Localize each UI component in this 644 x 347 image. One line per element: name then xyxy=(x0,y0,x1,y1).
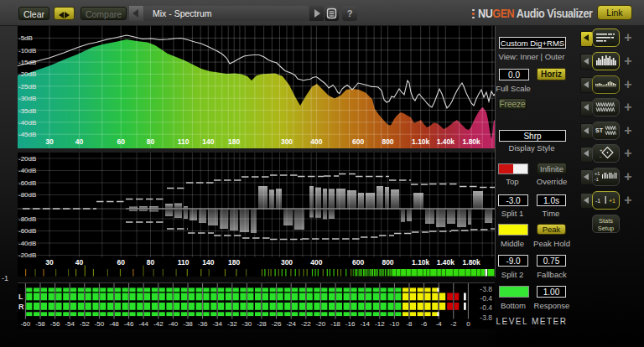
svg-text:-: - xyxy=(600,154,601,159)
svg-text:-50: -50 xyxy=(95,320,105,328)
svg-text:-28: -28 xyxy=(257,320,267,328)
svg-text:180: 180 xyxy=(228,137,240,146)
svg-text:800: 800 xyxy=(382,137,393,146)
svg-text:+: + xyxy=(600,148,603,153)
svg-text:-56: -56 xyxy=(50,320,60,328)
svg-text:1.10k: 1.10k xyxy=(412,137,430,146)
svg-text:-40dB: -40dB xyxy=(18,167,36,174)
svg-text:0: 0 xyxy=(255,276,259,277)
svg-text:1.80k: 1.80k xyxy=(463,137,481,146)
svg-text:-30: -30 xyxy=(242,320,252,328)
svg-text:400: 400 xyxy=(310,137,322,146)
svg-text:-20dB: -20dB xyxy=(18,70,36,78)
svg-text:-18: -18 xyxy=(330,320,340,328)
svg-text:-2: -2 xyxy=(450,320,457,328)
svg-text:-25dB: -25dB xyxy=(18,83,36,91)
svg-text:-40dB: -40dB xyxy=(18,119,36,127)
svg-text:-60dB: -60dB xyxy=(18,179,36,187)
svg-text:-52: -52 xyxy=(80,320,90,328)
svg-text:-58: -58 xyxy=(35,320,45,328)
svg-text:-24: -24 xyxy=(286,320,296,328)
svg-text:-1: -1 xyxy=(595,197,600,203)
svg-text:-42: -42 xyxy=(153,320,164,328)
svg-text:-10: -10 xyxy=(390,320,400,328)
svg-text:-14: -14 xyxy=(360,320,370,328)
svg-text:-22: -22 xyxy=(301,320,311,328)
svg-text:-32: -32 xyxy=(227,320,237,328)
svg-text:-48: -48 xyxy=(109,320,119,328)
svg-text:180: 180 xyxy=(228,258,240,267)
svg-text:-30dB: -30dB xyxy=(18,95,36,102)
svg-text:-15dB: -15dB xyxy=(18,59,36,66)
svg-text:40: 40 xyxy=(75,137,84,146)
svg-text:+1: +1 xyxy=(609,197,615,203)
svg-text:30: 30 xyxy=(45,258,54,267)
svg-text:-6: -6 xyxy=(421,320,428,328)
svg-text:-40dB: -40dB xyxy=(18,240,36,247)
svg-text:-54: -54 xyxy=(65,320,75,328)
svg-text:-44: -44 xyxy=(138,320,148,328)
svg-text:+1: +1 xyxy=(595,171,600,176)
svg-text:L: L xyxy=(18,293,23,301)
svg-text:400: 400 xyxy=(310,258,322,267)
svg-text:60: 60 xyxy=(117,258,125,267)
svg-text:140: 140 xyxy=(202,137,214,146)
svg-text:80: 80 xyxy=(147,258,155,267)
svg-text:-12: -12 xyxy=(375,320,385,328)
svg-text:1.40k: 1.40k xyxy=(437,258,455,267)
svg-text:-60: -60 xyxy=(21,320,31,328)
svg-text:-60dB: -60dB xyxy=(18,227,36,235)
svg-text:-35dB: -35dB xyxy=(18,107,36,115)
svg-text:0: 0 xyxy=(466,320,470,328)
svg-text:1.40k: 1.40k xyxy=(437,137,455,146)
svg-text:ST: ST xyxy=(595,127,604,133)
svg-text:600: 600 xyxy=(352,137,364,146)
svg-text:110: 110 xyxy=(178,258,190,267)
svg-text:-40: -40 xyxy=(169,320,179,328)
svg-text:-80dB: -80dB xyxy=(18,191,36,199)
svg-text:-38: -38 xyxy=(183,320,193,328)
svg-text:300: 300 xyxy=(281,258,293,267)
svg-text:1.10k: 1.10k xyxy=(412,258,430,267)
svg-text:600: 600 xyxy=(352,258,364,267)
svg-text:-20dB: -20dB xyxy=(18,251,36,259)
svg-text:1.80k: 1.80k xyxy=(463,258,481,267)
svg-text:140: 140 xyxy=(202,258,214,267)
svg-text:-26: -26 xyxy=(272,320,282,328)
svg-text:40: 40 xyxy=(75,258,84,267)
svg-text:-20dB: -20dB xyxy=(18,155,36,163)
svg-text:-34: -34 xyxy=(212,320,222,328)
svg-text:-10dB: -10dB xyxy=(18,47,36,54)
svg-text:110: 110 xyxy=(178,137,190,146)
svg-text:30: 30 xyxy=(45,137,54,146)
svg-text:-8: -8 xyxy=(406,320,413,328)
svg-text:-45dB: -45dB xyxy=(18,131,36,138)
svg-text:-1: -1 xyxy=(595,177,599,182)
svg-text:300: 300 xyxy=(281,137,293,146)
svg-text:800: 800 xyxy=(382,258,393,267)
svg-text:60: 60 xyxy=(117,137,125,146)
svg-text:-16: -16 xyxy=(345,320,356,328)
svg-text:-80dB: -80dB xyxy=(18,215,36,223)
svg-text:R: R xyxy=(18,303,24,311)
svg-text:-20: -20 xyxy=(316,320,326,328)
svg-text:-5dB: -5dB xyxy=(18,34,33,42)
svg-text:-36: -36 xyxy=(198,320,208,328)
svg-text:-4: -4 xyxy=(436,320,443,328)
svg-text:-46: -46 xyxy=(124,320,134,328)
svg-text:-3.8: -3.8 xyxy=(480,285,492,293)
svg-text:80: 80 xyxy=(147,137,155,146)
